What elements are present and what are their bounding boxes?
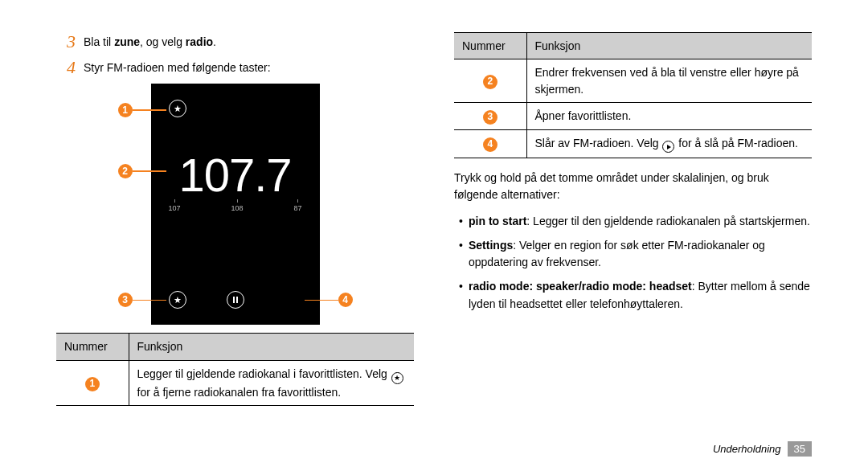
callout-1: 1 <box>118 103 133 117</box>
function-table-right: Nummer Funksjon 2 Endrer frekvensen ved … <box>454 32 812 158</box>
list-item: pin to start: Legger til den gjeldende r… <box>459 213 812 231</box>
frequency-display: 107.7 <box>151 148 320 202</box>
star-circle-icon: ★ <box>391 372 403 384</box>
page-footer: Underholdning 35 <box>713 441 812 457</box>
function-cell: Endrer frekvensen ved å bla til venstre … <box>526 59 812 103</box>
text: Bla til <box>84 35 114 48</box>
two-column-layout: 3 Bla til zune, og velg radio. 4 Styr FM… <box>56 32 812 406</box>
left-column: 3 Bla til zune, og velg radio. 4 Styr FM… <box>56 32 414 406</box>
number-cell: 4 <box>454 129 526 158</box>
star-glyph: ★ <box>174 104 182 114</box>
add-favorite-icon: ★ <box>169 100 186 117</box>
text: for å slå på FM-radioen. <box>675 137 798 149</box>
number-badge: 4 <box>483 137 497 152</box>
function-cell: Slår av FM-radioen. Velg for å slå på FM… <box>526 129 812 158</box>
star-glyph: ★ <box>394 373 400 383</box>
step-text: Styr FM-radioen med følgende taster: <box>84 58 271 76</box>
function-table-left: Nummer Funksjon 1 Legger til gjeldende r… <box>56 333 414 406</box>
step-number: 4 <box>56 58 76 77</box>
bold-text: zune <box>114 35 140 48</box>
text: . <box>213 35 216 48</box>
number-cell: 1 <box>56 360 129 405</box>
table-row: 4 Slår av FM-radioen. Velg for å slå på … <box>454 129 812 158</box>
scale-tick: 108 <box>231 204 243 228</box>
callout-2: 2 <box>118 164 133 178</box>
manual-page: 3 Bla til zune, og velg radio. 4 Styr FM… <box>0 0 868 471</box>
star-glyph: ★ <box>174 295 182 305</box>
callout-4: 4 <box>338 293 353 307</box>
text: for å fjerne radiokanalen fra favorittli… <box>137 386 342 399</box>
list-item: Settings: Velger en region for søk etter… <box>459 237 812 272</box>
col-header-function: Funksjon <box>129 334 414 360</box>
table-row: 3 Åpner favorittlisten. <box>454 102 812 129</box>
number-badge: 1 <box>85 377 100 391</box>
function-cell: Åpner favorittlisten. <box>526 102 812 129</box>
table-header-row: Nummer Funksjon <box>56 334 414 360</box>
option-desc: : Velger en region for søk etter FM-radi… <box>469 239 765 269</box>
scale-tick: 107 <box>169 204 181 228</box>
pause-bars-icon <box>232 295 239 305</box>
scale-tick: 87 <box>293 204 301 228</box>
page-number: 35 <box>788 441 812 457</box>
instruction-paragraph: Trykk og hold på det tomme området under… <box>454 170 812 203</box>
callout-line <box>133 109 166 111</box>
col-header-number: Nummer <box>454 33 526 59</box>
function-cell: Legger til gjeldende radiokanal i favori… <box>129 360 414 405</box>
play-triangle-icon <box>667 145 671 149</box>
table-row: 2 Endrer frekvensen ved å bla til venstr… <box>454 59 812 103</box>
callout-line <box>133 300 166 301</box>
option-name: pin to start <box>469 215 526 227</box>
text: Legger til gjeldende radiokanal i favori… <box>137 367 391 380</box>
callout-3: 3 <box>118 293 133 307</box>
frequency-scale: 107 108 87 <box>151 204 320 228</box>
phone-illustration-wrap: ★ 107.7 107 108 87 ★ 1 2 3 4 <box>115 84 356 325</box>
bold-text: radio <box>186 35 213 48</box>
phone-screenshot: ★ 107.7 107 108 87 ★ <box>151 84 320 325</box>
favorites-list-icon: ★ <box>169 291 186 309</box>
step-number: 3 <box>56 32 76 51</box>
number-cell: 2 <box>454 59 526 103</box>
section-name: Underholdning <box>713 443 781 455</box>
step-4: 4 Styr FM-radioen med følgende taster: <box>56 58 414 77</box>
text: , og velg <box>140 35 186 48</box>
step-text: Bla til zune, og velg radio. <box>84 32 216 51</box>
text: Slår av FM-radioen. Velg <box>535 137 662 149</box>
table-row: 1 Legger til gjeldende radiokanal i favo… <box>56 360 414 405</box>
right-column: Nummer Funksjon 2 Endrer frekvensen ved … <box>454 32 812 406</box>
callout-line <box>133 170 166 172</box>
option-name: radio mode: speaker/radio mode: headset <box>469 280 692 293</box>
number-cell: 3 <box>454 102 526 129</box>
col-header-number: Nummer <box>56 334 129 360</box>
list-item: radio mode: speaker/radio mode: headset:… <box>459 278 812 313</box>
options-list: pin to start: Legger til den gjeldende r… <box>454 213 812 313</box>
option-desc: : Legger til den gjeldende radiokanalen … <box>526 215 810 227</box>
play-circle-icon <box>662 141 674 153</box>
number-badge: 2 <box>483 75 497 89</box>
number-badge: 3 <box>483 110 497 125</box>
table-header-row: Nummer Funksjon <box>454 33 812 59</box>
callout-line <box>305 300 338 301</box>
col-header-function: Funksjon <box>526 33 812 59</box>
pause-icon <box>227 291 244 309</box>
step-3: 3 Bla til zune, og velg radio. <box>56 32 414 51</box>
option-name: Settings <box>469 239 513 252</box>
